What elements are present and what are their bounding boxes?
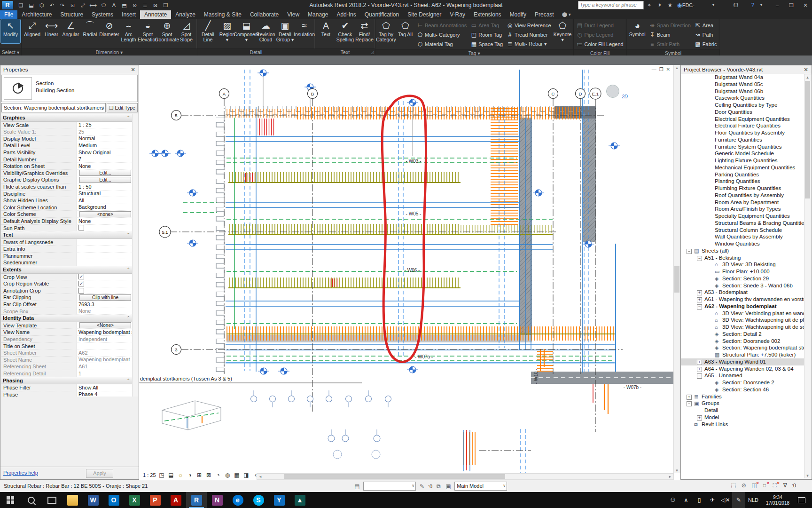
ribbon-panel-label-detail[interactable]: Detail — [197, 48, 315, 56]
tree-item-section-snede-3-wand-06b[interactable]: ◈Section: Snede 3 - Wand 06b — [681, 282, 804, 289]
panel-launcher-icon[interactable]: ◿ — [371, 49, 374, 56]
ribbon-button-space-tag[interactable]: ▦Space Tag — [470, 40, 503, 48]
tree-item-mechanical-equipment-quantities[interactable]: Mechanical Equipment Quantities — [681, 164, 804, 171]
tree-item-roof-quantities-by-assembly[interactable]: Roof Quantities by Assembly — [681, 192, 804, 199]
ribbon-button-arc-length[interactable]: ⌢Arc Length — [119, 19, 138, 43]
tree-item-groups[interactable]: −▣Groups — [681, 400, 804, 407]
expander-icon[interactable]: + — [697, 297, 702, 302]
favorites-icon[interactable]: ★ — [665, 0, 675, 10]
tree-item-plumbing-fixture-quantities[interactable]: Plumbing Fixture Quantities — [681, 185, 804, 192]
tree-item-floor-quantities-by-assembly[interactable]: Floor Quantities by Assembly — [681, 129, 804, 136]
taskbar-app-acrobat[interactable]: A — [165, 492, 186, 508]
tab-annotate[interactable]: Annotate — [140, 10, 171, 19]
property-value[interactable]: Edit... — [77, 176, 132, 183]
property-value[interactable]: Wapening bodemplaat — [77, 357, 132, 364]
tree-item-room-area-by-department[interactable]: Room Area by Department — [681, 199, 804, 206]
ribbon-button-beam[interactable]: ↧Beam — [649, 30, 691, 39]
property-value[interactable]: <none> — [77, 211, 132, 218]
tree-item-a64-wapening-wanden-02-03-04[interactable]: +A64 - Wapening Wanden 02, 03 & 04 — [681, 365, 804, 373]
expander-icon[interactable]: − — [687, 401, 692, 406]
scroll-right-icon[interactable]: ▸ — [667, 474, 673, 479]
ribbon-button-spot-coordinate[interactable]: ⊕Spot Coordinate — [157, 19, 177, 43]
property-value[interactable] — [77, 246, 132, 253]
ribbon-button-area-tag[interactable]: ▭Area Tag — [470, 21, 503, 30]
property-value[interactable]: 1 : 50 — [77, 183, 132, 190]
property-value[interactable]: 1 — [77, 370, 132, 377]
vertical-scrollbar[interactable]: ▴ ▾ — [673, 65, 680, 473]
design-options-icon[interactable]: ▣ — [445, 483, 452, 490]
properties-group-phasing[interactable]: Phasing⌃ — [1, 377, 132, 385]
ribbon-button-aligned[interactable]: ⤢Aligned — [23, 19, 42, 43]
property-value[interactable] — [77, 259, 132, 266]
tab-architecture[interactable]: Architecture — [17, 10, 56, 19]
tree-item-section-section-46[interactable]: ◈Section: Section 46 — [681, 386, 804, 393]
property-value[interactable]: All — [77, 197, 132, 204]
property-value[interactable]: 1 : 25 — [77, 122, 132, 129]
ribbon-button-angular[interactable]: ∠Angular — [61, 19, 80, 43]
select-links-icon[interactable]: ⬚ — [730, 482, 737, 489]
tab-massing-site[interactable]: Massing & Site — [200, 10, 246, 19]
ribbon-button-beam-annotations[interactable]: ⊢Beam Annotations — [417, 21, 467, 30]
taskbar-search-icon[interactable] — [21, 492, 41, 508]
property-value[interactable]: Medium — [77, 142, 132, 149]
property-value[interactable]: Normal — [77, 135, 132, 143]
property-value[interactable]: Background — [77, 204, 132, 211]
tree-item-generic-model-schedule[interactable]: Generic Model Schedule — [681, 150, 804, 157]
tree-item-specialty-equipment-quantities[interactable]: Specialty Equipment Quantities — [681, 213, 804, 220]
property-value[interactable]: 25 — [77, 128, 132, 135]
tab-quantification[interactable]: Quantification — [360, 10, 403, 19]
minimize-button[interactable]: – — [771, 0, 784, 10]
ribbon-button-duct-legend[interactable]: ▤Duct Legend — [577, 21, 624, 30]
communication-center-icon[interactable]: ✴ — [655, 0, 664, 10]
thin-lines-icon[interactable]: ≣ — [140, 2, 150, 8]
tree-item-a61-wapening-thv-damwanden-en-vorstrar[interactable]: +A61 - Wapening thv damwanden en vorstra… — [681, 296, 804, 303]
visual-style-icon[interactable]: ⬓ — [168, 472, 175, 478]
collapse-icon[interactable]: ⌃ — [126, 377, 132, 384]
collapse-icon[interactable]: ⌃ — [126, 231, 132, 238]
property-button-visibility-graphics-overrides[interactable]: Edit... — [79, 170, 131, 176]
filter-icon[interactable]: ∇ — [781, 482, 789, 489]
tree-item-a63-wapening-wand-01[interactable]: +A63 - Wapening Wand 01 — [681, 358, 804, 365]
tree-item-revit-links[interactable]: ⧉Revit Links — [681, 421, 804, 428]
properties-group-text[interactable]: Text⌃ — [1, 231, 132, 239]
taskbar-app-excel[interactable]: X — [124, 492, 145, 508]
properties-scrollbar[interactable] — [132, 114, 138, 397]
tree-item-a65-unnamed[interactable]: −A65 - Unnamed — [681, 372, 804, 379]
ribbon-button-text[interactable]: AText — [316, 19, 336, 43]
ribbon-button-keynote[interactable]: ⬠Keynote ▾ — [553, 19, 572, 43]
properties-group-identity-data[interactable]: Identity Data⌃ — [1, 315, 132, 322]
property-value[interactable] — [77, 239, 132, 246]
tree-item-families[interactable]: +≣Families — [681, 393, 804, 400]
view-minimize-icon[interactable]: — — [652, 67, 656, 72]
tree-item-planting-quantities[interactable]: Planting Quantities — [681, 178, 804, 185]
ribbon-button-tag-by-category[interactable]: ⬠Tag by Category — [376, 19, 396, 43]
checkbox-crop-view[interactable]: ✓ — [78, 274, 84, 279]
worksharing-display-icon[interactable]: ▦ — [234, 472, 241, 478]
expander-icon[interactable]: + — [697, 360, 702, 365]
tab-precast[interactable]: Precast — [531, 10, 558, 19]
expander-icon[interactable]: + — [697, 290, 702, 295]
taskbar-app-onenote[interactable]: N — [207, 492, 227, 508]
browser-scroll-up-icon[interactable]: ▴ — [804, 74, 811, 80]
undo-icon[interactable]: ↶ — [47, 2, 57, 8]
save-icon[interactable]: ⬓ — [26, 2, 36, 8]
expander-icon[interactable]: − — [687, 249, 692, 254]
ribbon-button-span-direction[interactable]: ⇹Span Direction — [649, 21, 691, 30]
ribbon-button-detail-line[interactable]: ╱Detail Line — [198, 19, 218, 43]
taskbar-app-powerpoint[interactable]: P — [145, 492, 165, 508]
people-icon[interactable]: ⚇ — [666, 492, 679, 508]
steering-wheel-icon[interactable] — [606, 85, 619, 98]
project-browser-header[interactable]: Project Browser - Voorde-V43.rvt ✕ — [681, 65, 812, 74]
view3d-icon[interactable]: ⬒ — [119, 2, 129, 8]
account-dropdown-icon[interactable]: ▾ — [709, 0, 718, 10]
redo-icon[interactable]: ↷ — [57, 2, 67, 8]
ribbon-button-linear[interactable]: ⟷Linear — [42, 19, 61, 43]
tab-structure[interactable]: Structure — [56, 10, 87, 19]
tree-item-door-quantities[interactable]: Door Quantities — [681, 109, 804, 116]
view-close-icon[interactable]: ✕ — [666, 67, 670, 72]
language-indicator[interactable]: NLD — [745, 497, 761, 503]
browser-scroll-thumb[interactable] — [805, 81, 810, 198]
editable-only-icon[interactable]: ✎ — [418, 483, 426, 490]
workshare-icon[interactable]: ⬡ — [37, 2, 47, 8]
ribbon-button-path[interactable]: ↝Path — [695, 30, 717, 39]
